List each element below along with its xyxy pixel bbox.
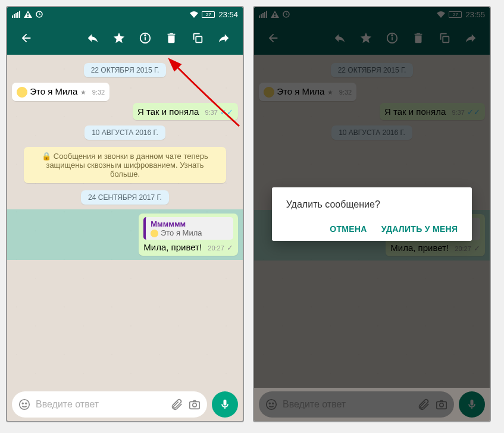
- copy-icon[interactable]: [186, 26, 209, 50]
- reply-snippet: Это я Мила: [161, 228, 202, 237]
- svg-rect-1: [14, 14, 15, 18]
- encryption-notice[interactable]: 🔒 Сообщения и звонки в данном чате тепер…: [24, 147, 226, 183]
- signal-icon: [12, 11, 20, 18]
- reply-preview: Мммммм Это я Мила: [143, 217, 233, 240]
- message-text-input[interactable]: [36, 399, 165, 410]
- warning-icon: [24, 11, 32, 18]
- reply-sender-name: Мммммм: [151, 219, 228, 228]
- delete-icon[interactable]: [159, 26, 183, 50]
- star-marker: ★: [80, 89, 86, 96]
- delete-message-dialog: Удалить сообщение? ОТМЕНА УДАЛИТЬ У МЕНЯ: [272, 187, 472, 241]
- phone-screen-left: 27 23:54 22 ОКТЯБРЯ 2015 Г.: [6, 6, 244, 422]
- svg-point-12: [20, 400, 30, 410]
- message-incoming[interactable]: Это я Мила ★ 9:32: [12, 83, 238, 101]
- message-input-box[interactable]: [12, 391, 207, 418]
- message-time: 20:27: [208, 244, 224, 252]
- camera-icon[interactable]: [188, 398, 201, 411]
- attach-icon[interactable]: [170, 398, 183, 411]
- back-button[interactable]: [14, 26, 38, 50]
- emoji-picker-icon[interactable]: [18, 398, 31, 411]
- message-text: Я так и поняла: [137, 106, 199, 117]
- svg-rect-4: [19, 11, 20, 18]
- message-time: 9:32: [92, 89, 105, 96]
- battery-icon: 27: [202, 11, 215, 18]
- read-ticks-icon: ✓✓: [220, 108, 233, 117]
- battery-level: 27: [206, 12, 211, 17]
- voice-message-button[interactable]: [212, 391, 238, 418]
- clock-text: 23:54: [218, 10, 238, 19]
- message-time: 9:37: [205, 109, 217, 116]
- status-bar: 27 23:54: [7, 7, 243, 21]
- svg-rect-0: [12, 15, 13, 18]
- message-text: Мила, привет!: [143, 242, 202, 252]
- phone-screen-right: 27 23:55 22 ОКТЯБРЯ 2015 Г. Это я Мила: [253, 6, 491, 422]
- svg-rect-2: [15, 13, 17, 18]
- message-outgoing[interactable]: Я так и поняла 9:37 ✓✓: [12, 103, 238, 120]
- cancel-button[interactable]: ОТМЕНА: [330, 224, 367, 234]
- wifi-icon: [190, 11, 198, 18]
- message-action-toolbar: [7, 21, 243, 55]
- date-separator: 24 СЕНТЯБРЯ 2017 Г.: [81, 190, 169, 205]
- svg-rect-3: [17, 12, 18, 18]
- reply-icon[interactable]: [81, 26, 105, 50]
- lock-icon: 🔒: [42, 152, 51, 161]
- date-separator: 22 ОКТЯБРЯ 2015 Г.: [84, 63, 167, 77]
- star-icon[interactable]: [107, 26, 131, 50]
- svg-point-16: [193, 403, 196, 407]
- emoji-face-icon: [151, 230, 158, 237]
- svg-rect-11: [196, 36, 202, 42]
- delete-dialog-overlay[interactable]: Удалить сообщение? ОТМЕНА УДАЛИТЬ У МЕНЯ: [254, 7, 490, 421]
- delete-for-me-button[interactable]: УДАЛИТЬ У МЕНЯ: [381, 224, 458, 234]
- svg-point-14: [26, 403, 27, 404]
- emoji-face-icon: [17, 87, 27, 98]
- selected-message-row[interactable]: Мммммм Это я Мила Мила, привет! 20:27 ✓: [7, 209, 243, 260]
- message-text: Это я Мила: [30, 86, 77, 96]
- sync-icon: [36, 11, 43, 18]
- sent-tick-icon: ✓: [227, 243, 233, 252]
- svg-rect-5: [27, 13, 29, 15]
- svg-point-13: [22, 403, 23, 404]
- date-separator: 10 АВГУСТА 2016 Г.: [84, 125, 165, 140]
- chat-messages-area[interactable]: 22 ОКТЯБРЯ 2015 Г. Это я Мила ★ 9:32 Я т…: [7, 55, 243, 388]
- message-input-bar: [7, 388, 243, 421]
- encryption-text: Сообщения и звонки в данном чате теперь …: [46, 152, 208, 178]
- forward-icon[interactable]: [212, 26, 236, 50]
- svg-point-10: [145, 35, 146, 36]
- info-icon[interactable]: [133, 26, 157, 50]
- svg-rect-6: [27, 16, 29, 17]
- dialog-title: Удалить сообщение?: [286, 199, 458, 210]
